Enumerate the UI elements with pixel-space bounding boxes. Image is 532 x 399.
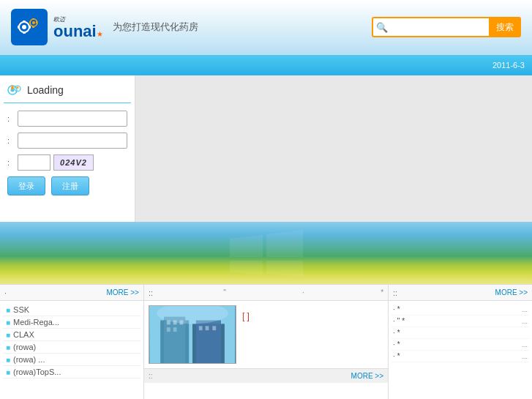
captcha-label: : <box>7 158 15 167</box>
product-name: SSK <box>13 305 29 314</box>
svg-rect-3 <box>23 31 26 34</box>
captcha-image[interactable]: 024V2 <box>53 154 94 171</box>
item-count: ... <box>522 353 528 360</box>
svg-point-14 <box>11 86 14 89</box>
col1-content: ■ SSK ■ Medi-Rega... ■ CLAX ■ (rowa) ■ (… <box>0 301 143 399</box>
list-item[interactable]: · * ... <box>391 339 529 351</box>
search-button[interactable]: 搜索 <box>489 17 521 37</box>
product-name: (rowa) ... <box>13 355 45 364</box>
navbar: 2011-6-3 <box>0 55 532 75</box>
password-input[interactable] <box>18 133 127 149</box>
col2-footer-more[interactable]: MORE >> <box>351 372 383 380</box>
password-row: : <box>7 133 127 149</box>
date-display: 2011-6-3 <box>492 61 525 70</box>
panel-icon <box>7 82 23 98</box>
col2-header-mid: " <box>223 288 226 297</box>
search-input[interactable] <box>372 17 489 37</box>
col2-header-left: :: <box>149 288 153 297</box>
col3-header: :: MORE >> <box>389 285 532 301</box>
logo-main-row: ounai★ <box>53 23 103 40</box>
col3-more-link[interactable]: MORE >> <box>495 288 528 297</box>
col1: · MORE >> ■ SSK ■ Medi-Rega... ■ CLAX ■ … <box>0 285 144 399</box>
dot-icon: · <box>393 352 395 360</box>
tagline: 为您打造现代化药房 <box>113 20 198 34</box>
main-area: Loading : : : 024V2 登录 注册 <box>0 75 532 222</box>
col2-image <box>149 305 236 364</box>
building-svg <box>149 306 236 363</box>
logo-box <box>11 9 48 45</box>
bullet-icon: ■ <box>6 306 10 314</box>
captcha-input[interactable] <box>18 154 50 171</box>
svg-rect-15 <box>12 86 13 87</box>
username-row: : <box>7 111 127 127</box>
login-button[interactable]: 登录 <box>7 176 45 195</box>
dot-icon: · <box>393 317 395 325</box>
bullet-icon: ■ <box>6 368 10 376</box>
svg-rect-29 <box>206 326 209 330</box>
svg-point-17 <box>17 86 19 89</box>
panel-title: Loading <box>27 84 64 96</box>
item-count: ... <box>522 306 528 313</box>
col3-header-left: :: <box>393 288 397 297</box>
captcha-wrapper: 024V2 <box>18 154 94 171</box>
col1-more-link[interactable]: MORE >> <box>106 288 138 297</box>
bracket-text: [ ] <box>242 311 383 321</box>
logo-main-text: ounai <box>53 22 97 40</box>
list-item[interactable]: ■ (rowa)TopS... <box>3 366 141 379</box>
list-item[interactable]: · * <box>391 327 529 339</box>
col2-header-mid2: · <box>302 288 304 297</box>
left-panel: Loading : : : 024V2 登录 注册 <box>0 75 135 222</box>
product-name: Medi-Rega... <box>13 318 59 327</box>
item-name: * <box>397 352 522 360</box>
col2-footer: :: MORE >> <box>144 368 388 383</box>
register-button[interactable]: 注册 <box>51 176 89 195</box>
captcha-row: : 024V2 <box>7 154 127 171</box>
svg-rect-8 <box>32 18 34 20</box>
dot-icon: · <box>393 340 395 348</box>
dot-icon: · <box>393 305 395 313</box>
item-name: " * <box>397 317 522 325</box>
svg-rect-28 <box>199 326 203 330</box>
col2-header-mid3: * <box>381 288 383 297</box>
logo-gear-icon <box>15 12 44 42</box>
bottom-section: · MORE >> ■ SSK ■ Medi-Rega... ■ CLAX ■ … <box>0 284 532 399</box>
bullet-icon: ■ <box>6 318 10 327</box>
col3: :: MORE >> · * ... · " * ... · * · * ... <box>389 285 532 399</box>
col2-text-area: [ ] <box>242 305 383 364</box>
banner-windows-logo <box>222 224 310 283</box>
product-name: (rowa)TopS... <box>13 368 61 376</box>
logo-area: 欧迈 ounai★ 为您打造现代化药房 <box>11 9 198 45</box>
product-name: CLAX <box>13 330 34 339</box>
list-item[interactable]: · * ... <box>391 304 529 316</box>
list-item[interactable]: ■ Medi-Rega... <box>3 316 141 329</box>
dot-icon: · <box>393 329 395 337</box>
col3-content: · * ... · " * ... · * · * ... · * ... <box>389 301 532 399</box>
list-item[interactable]: · " * ... <box>391 316 529 327</box>
product-name: (rowa) <box>13 343 36 351</box>
logo-text-area: 欧迈 ounai★ <box>53 15 103 40</box>
bullet-icon: ■ <box>6 356 10 364</box>
bullet-icon: ■ <box>6 343 10 351</box>
svg-point-1 <box>22 25 26 29</box>
svg-rect-27 <box>173 327 177 332</box>
username-input[interactable] <box>18 111 127 127</box>
content-area <box>135 75 532 222</box>
banner-area <box>0 222 532 284</box>
item-count: ... <box>522 341 528 348</box>
list-item[interactable]: ■ CLAX <box>3 329 141 341</box>
item-name: * <box>397 340 522 348</box>
panel-header: Loading <box>4 79 131 103</box>
bullet-icon: ■ <box>6 331 10 339</box>
svg-rect-5 <box>29 26 31 29</box>
header: 欧迈 ounai★ 为您打造现代化药房 🔍 搜索 <box>0 0 532 55</box>
svg-rect-11 <box>36 21 37 23</box>
logo-star: ★ <box>97 30 103 38</box>
svg-rect-10 <box>29 21 31 23</box>
list-item[interactable]: ■ (rowa) <box>3 341 141 354</box>
list-item[interactable]: ■ (rowa) ... <box>3 354 141 366</box>
col2-header: :: " · * <box>144 285 388 301</box>
list-item[interactable]: ■ SSK <box>3 304 141 316</box>
col2: :: " · * <box>144 285 389 399</box>
list-item[interactable]: · * ... <box>391 351 529 362</box>
username-label: : <box>7 114 15 123</box>
